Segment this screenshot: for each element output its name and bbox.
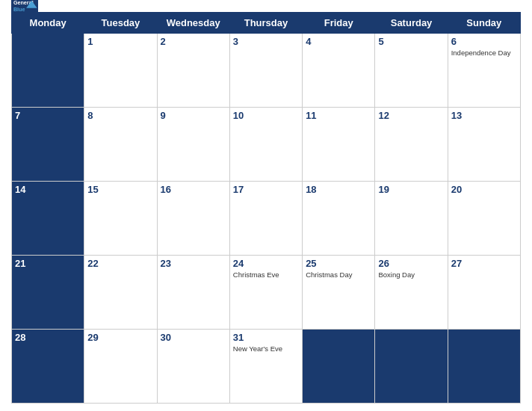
week-row-2: 78910111213 bbox=[12, 108, 521, 182]
calendar-cell: 30 bbox=[157, 330, 229, 404]
day-number: 31 bbox=[233, 332, 299, 343]
day-number: 2 bbox=[161, 36, 226, 47]
calendar-cell: 10 bbox=[229, 108, 302, 182]
calendar-cell: 25Christmas Day bbox=[303, 256, 375, 330]
calendar-cell: 26Boxing Day bbox=[375, 256, 448, 330]
calendar-cell: 16 bbox=[157, 182, 229, 256]
day-number: 6 bbox=[451, 36, 517, 47]
day-number: 10 bbox=[233, 110, 299, 121]
calendar-cell: 20 bbox=[448, 182, 520, 256]
day-number: 13 bbox=[451, 110, 517, 121]
calendar-cell: 22 bbox=[84, 256, 157, 330]
calendar-cell: 3 bbox=[229, 34, 302, 108]
calendar-cell: 6Independence Day bbox=[448, 34, 520, 108]
calendar-cell: 8 bbox=[84, 108, 157, 182]
day-number: 9 bbox=[161, 110, 226, 121]
holiday-name: New Year's Eve bbox=[233, 344, 299, 353]
calendar-cell: 14 bbox=[12, 182, 84, 256]
calendar-cell: 2 bbox=[157, 34, 229, 108]
calendar-cell: 1 bbox=[84, 34, 157, 108]
day-number: 5 bbox=[378, 36, 444, 47]
day-number: 30 bbox=[161, 332, 226, 343]
calendar-cell: 21 bbox=[12, 256, 84, 330]
calendar-cell: 7 bbox=[12, 108, 84, 182]
week-row-3: 14151617181920 bbox=[12, 182, 521, 256]
calendar-cell: 17 bbox=[229, 182, 302, 256]
calendar-cell bbox=[448, 330, 520, 404]
calendar-cell: 13 bbox=[448, 108, 520, 182]
calendar-cell: 18 bbox=[303, 182, 375, 256]
weekday-thursday: Thursday bbox=[229, 13, 302, 34]
calendar-cell: 23 bbox=[157, 256, 229, 330]
calendar-cell: 27 bbox=[448, 256, 520, 330]
weekday-tuesday: Tuesday bbox=[84, 13, 157, 34]
calendar-cell bbox=[375, 330, 448, 404]
holiday-name: Christmas Eve bbox=[233, 271, 299, 279]
calendar-body: 123456Independence Day789101112131415161… bbox=[12, 34, 521, 404]
day-number: 28 bbox=[15, 332, 81, 343]
day-number: 19 bbox=[378, 184, 444, 195]
holiday-name: Boxing Day bbox=[378, 271, 444, 279]
day-number: 25 bbox=[306, 258, 371, 269]
day-number: 24 bbox=[233, 258, 299, 269]
day-number: 21 bbox=[15, 258, 81, 269]
weekday-friday: Friday bbox=[303, 13, 375, 34]
day-number: 26 bbox=[378, 258, 444, 269]
calendar-cell bbox=[303, 330, 375, 404]
week-row-4: 21222324Christmas Eve25Christmas Day26Bo… bbox=[12, 256, 521, 330]
day-number: 20 bbox=[451, 184, 517, 195]
weekday-saturday: Saturday bbox=[375, 13, 448, 34]
day-number: 15 bbox=[87, 184, 153, 195]
day-number: 8 bbox=[87, 110, 153, 121]
day-number: 22 bbox=[87, 258, 153, 269]
calendar-cell: 15 bbox=[84, 182, 157, 256]
calendar-cell: 24Christmas Eve bbox=[229, 256, 302, 330]
logo: General Blue bbox=[11, 0, 38, 18]
calendar-cell: 11 bbox=[303, 108, 375, 182]
holiday-name: Independence Day bbox=[451, 49, 517, 58]
day-number: 17 bbox=[233, 184, 299, 195]
day-number: 3 bbox=[233, 36, 299, 47]
week-row-5: 28293031New Year's Eve bbox=[12, 330, 521, 404]
day-number: 7 bbox=[15, 110, 81, 121]
calendar-cell: 19 bbox=[375, 182, 448, 256]
day-number: 11 bbox=[306, 110, 371, 121]
day-number: 14 bbox=[15, 184, 81, 195]
day-number: 4 bbox=[306, 36, 371, 47]
weekday-header-row: MondayTuesdayWednesdayThursdayFridaySatu… bbox=[12, 13, 521, 34]
calendar-cell: 29 bbox=[84, 330, 157, 404]
day-number: 18 bbox=[306, 184, 371, 195]
calendar-cell: 12 bbox=[375, 108, 448, 182]
calendar-cell: 5 bbox=[375, 34, 448, 108]
calendar-cell: 28 bbox=[12, 330, 84, 404]
calendar-table: MondayTuesdayWednesdayThursdayFridaySatu… bbox=[11, 12, 521, 404]
weekday-sunday: Sunday bbox=[448, 13, 520, 34]
calendar-cell bbox=[12, 34, 84, 108]
svg-text:Blue: Blue bbox=[13, 6, 25, 13]
calendar-cell: 31New Year's Eve bbox=[229, 330, 302, 404]
weekday-wednesday: Wednesday bbox=[157, 13, 229, 34]
holiday-name: Christmas Day bbox=[306, 271, 371, 279]
week-row-1: 123456Independence Day bbox=[12, 34, 521, 108]
day-number: 27 bbox=[451, 258, 517, 269]
day-number: 23 bbox=[161, 258, 226, 269]
day-number: 16 bbox=[161, 184, 226, 195]
day-number: 12 bbox=[378, 110, 444, 121]
calendar-cell: 4 bbox=[303, 34, 375, 108]
day-number: 29 bbox=[87, 332, 153, 343]
calendar-cell: 9 bbox=[157, 108, 229, 182]
day-number: 1 bbox=[87, 36, 153, 47]
